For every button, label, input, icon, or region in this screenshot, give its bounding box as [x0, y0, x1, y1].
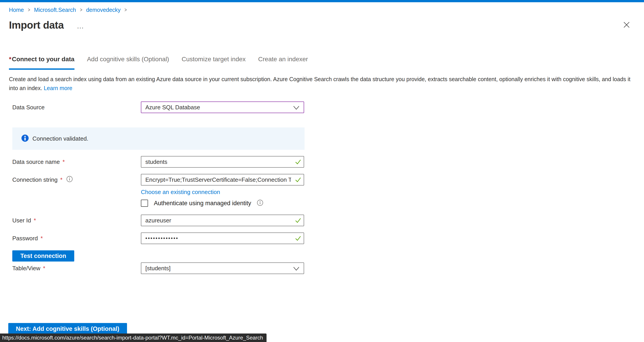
- learn-more-link[interactable]: Learn more: [44, 85, 72, 91]
- chevron-down-icon: [293, 266, 300, 273]
- label-text: Data source name: [12, 158, 60, 166]
- required-asterisk: *: [34, 217, 36, 224]
- managed-identity-row: Authenticate using managed identity: [141, 198, 635, 208]
- data-source-value: Azure SQL Database: [145, 104, 200, 111]
- required-asterisk: *: [60, 176, 62, 183]
- connect-form: Data Source Azure SQL Database: [9, 102, 635, 274]
- connection-string-input[interactable]: [141, 174, 304, 186]
- connection-string-row: Connection string *: [9, 174, 635, 186]
- table-view-label: Table/View *: [9, 265, 141, 272]
- link-preview-status-bar: https://docs.microsoft.com/azure/search/…: [0, 334, 266, 342]
- chevron-down-icon: [293, 105, 300, 112]
- tab-add-cognitive-skills[interactable]: Add cognitive skills (Optional): [87, 56, 169, 70]
- import-data-dialog: Home > Microsoft.Search > demovedecky > …: [0, 0, 644, 342]
- managed-identity-checkbox[interactable]: [141, 200, 148, 207]
- info-tooltip-icon[interactable]: [66, 176, 73, 184]
- breadcrumb-home[interactable]: Home: [9, 6, 24, 14]
- required-asterisk: *: [9, 56, 12, 62]
- required-asterisk: *: [40, 235, 43, 242]
- choose-existing-connection-link[interactable]: Choose an existing connection: [141, 189, 220, 195]
- password-label: Password *: [9, 235, 141, 242]
- data-source-name-label: Data source name *: [9, 158, 141, 166]
- page-description: Create and load a search index using dat…: [9, 75, 635, 92]
- top-accent-bar: [0, 0, 644, 2]
- label-text: Table/View: [12, 265, 40, 272]
- table-view-value: [students]: [145, 265, 170, 272]
- data-source-name-input[interactable]: [141, 156, 304, 168]
- breadcrumb-separator-icon: >: [28, 6, 30, 14]
- data-source-row: Data Source Azure SQL Database: [9, 102, 635, 113]
- valid-check-icon: [294, 216, 302, 225]
- label-text: Data Source: [12, 104, 45, 111]
- tab-customize-target-index[interactable]: Customize target index: [182, 56, 246, 70]
- label-text: Password: [12, 235, 38, 242]
- breadcrumb-microsoft-search[interactable]: Microsoft.Search: [34, 6, 76, 14]
- user-id-input[interactable]: [141, 214, 304, 226]
- label-text: User Id: [12, 217, 31, 224]
- more-options-icon[interactable]: …: [77, 24, 84, 28]
- tab-label: Customize target index: [182, 56, 246, 62]
- page-title: Import data: [9, 19, 64, 31]
- tab-create-an-indexer[interactable]: Create an indexer: [258, 56, 308, 70]
- data-source-dropdown[interactable]: Azure SQL Database: [141, 102, 304, 113]
- choose-existing-connection-row: Choose an existing connection: [141, 189, 635, 195]
- tab-label: Add cognitive skills (Optional): [87, 56, 169, 62]
- managed-identity-label: Authenticate using managed identity: [154, 200, 251, 207]
- table-view-dropdown[interactable]: [students]: [141, 262, 304, 274]
- close-icon[interactable]: [622, 20, 631, 30]
- breadcrumb: Home > Microsoft.Search > demovedecky >: [9, 6, 635, 14]
- breadcrumb-separator-icon: >: [124, 6, 127, 14]
- password-row: Password *: [9, 232, 635, 244]
- tab-label: Connect to your data: [12, 56, 74, 62]
- required-asterisk: *: [43, 265, 45, 272]
- valid-check-icon: [294, 158, 302, 166]
- banner-message: Connection validated.: [32, 135, 88, 142]
- breadcrumb-separator-icon: >: [80, 6, 82, 14]
- breadcrumb-demovedecky[interactable]: demovedecky: [86, 6, 120, 14]
- next-step-button[interactable]: Next: Add cognitive skills (Optional): [8, 323, 127, 334]
- required-asterisk: *: [62, 158, 64, 166]
- connection-string-label: Connection string *: [9, 176, 141, 184]
- table-view-row: Table/View * [students]: [9, 262, 635, 274]
- info-banner: Connection validated.: [12, 128, 304, 150]
- valid-check-icon: [294, 176, 302, 184]
- tab-label: Create an indexer: [258, 56, 308, 62]
- info-icon: [21, 134, 29, 143]
- password-input[interactable]: [141, 232, 304, 244]
- info-tooltip-icon[interactable]: [257, 200, 263, 207]
- data-source-name-row: Data source name *: [9, 156, 635, 168]
- valid-check-icon: [294, 234, 302, 243]
- description-text: Create and load a search index using dat…: [9, 76, 630, 91]
- user-id-label: User Id *: [9, 217, 141, 224]
- data-source-label: Data Source: [9, 104, 141, 111]
- test-connection-button[interactable]: Test connection: [12, 250, 74, 262]
- page-header: Import data …: [9, 19, 635, 31]
- user-id-row: User Id *: [9, 214, 635, 226]
- label-text: Connection string: [12, 176, 58, 183]
- tab-connect-to-your-data[interactable]: *Connect to your data: [9, 56, 74, 70]
- wizard-tab-bar: *Connect to your data Add cognitive skil…: [9, 56, 635, 70]
